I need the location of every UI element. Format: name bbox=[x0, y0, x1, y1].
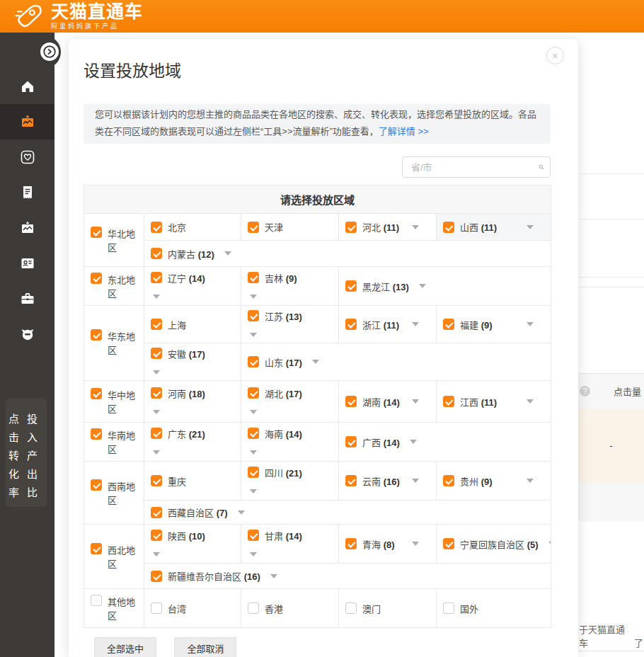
province-checkbox[interactable] bbox=[345, 319, 357, 330]
province-cell[interactable]: 香港 bbox=[241, 589, 339, 628]
region-group-checkbox[interactable] bbox=[91, 388, 102, 399]
province-cell[interactable]: 陕西 (10) bbox=[144, 525, 241, 564]
chevron-down-icon[interactable] bbox=[250, 295, 257, 299]
province-checkbox[interactable] bbox=[443, 222, 454, 233]
province-cell[interactable]: 浙江 (11) bbox=[339, 306, 437, 343]
province-cell[interactable]: 广东 (21) bbox=[144, 423, 241, 462]
chevron-down-icon[interactable] bbox=[527, 322, 534, 326]
province-cell[interactable]: 西藏自治区 (7) bbox=[144, 501, 551, 525]
region-group-cell[interactable]: 华南地区 bbox=[84, 423, 144, 462]
chevron-down-icon[interactable] bbox=[412, 225, 419, 229]
learn-more-link[interactable]: 了解详情 >> bbox=[379, 126, 429, 137]
region-group-checkbox[interactable] bbox=[91, 273, 102, 284]
chevron-down-icon[interactable] bbox=[153, 295, 160, 299]
region-group-cell[interactable]: 西南地区 bbox=[84, 462, 144, 525]
province-cell[interactable]: 江苏 (13) bbox=[241, 306, 339, 343]
province-checkbox[interactable] bbox=[248, 222, 259, 233]
chevron-down-icon[interactable] bbox=[527, 479, 534, 483]
sidebar-item-creatives[interactable] bbox=[0, 210, 54, 246]
province-checkbox[interactable] bbox=[151, 530, 162, 541]
province-checkbox[interactable] bbox=[345, 538, 357, 549]
province-cell[interactable]: 天津 bbox=[241, 214, 339, 241]
province-checkbox[interactable] bbox=[151, 222, 162, 233]
province-cell[interactable]: 海南 (14) bbox=[241, 423, 339, 462]
province-cell[interactable]: 澳门 bbox=[339, 589, 437, 628]
sidebar-item-favorites[interactable] bbox=[0, 139, 54, 175]
chevron-down-icon[interactable] bbox=[250, 450, 257, 455]
chevron-down-icon[interactable] bbox=[412, 322, 419, 326]
chevron-down-icon[interactable] bbox=[412, 399, 419, 404]
sidebar-item-reports[interactable] bbox=[0, 175, 54, 210]
chevron-down-icon[interactable] bbox=[250, 489, 257, 493]
province-checkbox[interactable] bbox=[443, 396, 454, 407]
chevron-down-icon[interactable] bbox=[527, 225, 534, 229]
province-cell[interactable]: 贵州 (9) bbox=[437, 462, 551, 501]
chevron-down-icon[interactable] bbox=[250, 333, 257, 337]
province-checkbox[interactable] bbox=[443, 319, 454, 330]
chevron-down-icon[interactable] bbox=[153, 370, 160, 375]
province-checkbox[interactable] bbox=[248, 428, 259, 439]
province-cell[interactable]: 云南 (16) bbox=[339, 462, 437, 501]
province-cell[interactable]: 新疆维吾尔自治区 (16) bbox=[144, 564, 551, 589]
province-checkbox[interactable] bbox=[345, 396, 357, 407]
province-checkbox[interactable] bbox=[248, 272, 259, 283]
province-checkbox[interactable] bbox=[345, 280, 357, 292]
chevron-down-icon[interactable] bbox=[527, 399, 534, 404]
sidebar-item-home[interactable] bbox=[0, 69, 54, 104]
province-cell[interactable]: 重庆 bbox=[144, 462, 241, 501]
chevron-down-icon[interactable] bbox=[153, 410, 160, 414]
province-cell[interactable]: 广西 (14) bbox=[339, 423, 551, 462]
province-cell[interactable]: 上海 bbox=[144, 306, 241, 343]
sidebar-item-profile[interactable] bbox=[0, 316, 54, 352]
province-checkbox[interactable] bbox=[151, 387, 162, 399]
region-group-cell[interactable]: 华东地区 bbox=[84, 306, 144, 381]
province-cell[interactable]: 宁夏回族自治区 (5) bbox=[437, 525, 551, 564]
chevron-down-icon[interactable] bbox=[250, 552, 257, 556]
province-cell[interactable]: 青海 (8) bbox=[339, 525, 437, 564]
province-checkbox[interactable] bbox=[345, 602, 357, 614]
province-cell[interactable]: 河南 (18) bbox=[144, 381, 241, 423]
province-checkbox[interactable] bbox=[151, 248, 162, 259]
province-checkbox[interactable] bbox=[151, 348, 162, 359]
province-checkbox[interactable] bbox=[151, 428, 162, 439]
province-cell[interactable]: 山东 (17) bbox=[241, 343, 551, 381]
province-cell[interactable]: 四川 (21) bbox=[241, 462, 339, 501]
region-group-checkbox[interactable] bbox=[91, 595, 102, 606]
province-cell[interactable]: 湖南 (14) bbox=[339, 381, 437, 423]
chevron-down-icon[interactable] bbox=[419, 284, 426, 288]
province-checkbox[interactable] bbox=[345, 436, 357, 447]
select-all-button[interactable]: 全部选中 bbox=[94, 637, 156, 657]
province-checkbox[interactable] bbox=[248, 530, 259, 541]
region-group-cell[interactable]: 西北地区 bbox=[84, 525, 144, 589]
chevron-down-icon[interactable] bbox=[238, 510, 245, 515]
province-cell[interactable]: 湖北 (17) bbox=[241, 381, 339, 423]
province-checkbox[interactable] bbox=[345, 222, 357, 233]
province-cell[interactable]: 甘肃 (14) bbox=[241, 525, 339, 564]
sidebar-item-tools[interactable] bbox=[0, 281, 54, 316]
province-checkbox[interactable] bbox=[443, 538, 454, 549]
province-checkbox[interactable] bbox=[151, 319, 162, 330]
sidebar-item-campaigns[interactable] bbox=[0, 104, 54, 139]
chevron-down-icon[interactable] bbox=[224, 251, 231, 256]
province-cell[interactable]: 辽宁 (14) bbox=[144, 267, 241, 306]
province-cell[interactable]: 山西 (11) bbox=[437, 214, 551, 241]
province-cell[interactable]: 黑龙江 (13) bbox=[339, 267, 551, 306]
province-cell[interactable]: 台湾 bbox=[144, 589, 241, 628]
region-group-checkbox[interactable] bbox=[91, 543, 102, 554]
chevron-down-icon[interactable] bbox=[410, 440, 417, 444]
region-group-cell[interactable]: 华北地区 bbox=[84, 214, 144, 267]
province-checkbox[interactable] bbox=[151, 272, 162, 283]
province-checkbox[interactable] bbox=[248, 310, 259, 321]
chevron-down-icon[interactable] bbox=[153, 450, 160, 455]
province-checkbox[interactable] bbox=[248, 467, 259, 478]
province-checkbox[interactable] bbox=[151, 475, 162, 486]
search-input[interactable] bbox=[403, 162, 539, 173]
province-cell[interactable]: 河北 (11) bbox=[339, 214, 437, 241]
province-cell[interactable]: 国外 bbox=[437, 589, 551, 628]
region-group-cell[interactable]: 东北地区 bbox=[84, 267, 144, 306]
province-checkbox[interactable] bbox=[248, 387, 259, 399]
close-icon[interactable]: × bbox=[546, 47, 564, 64]
chevron-down-icon[interactable] bbox=[250, 410, 257, 414]
search-icon[interactable] bbox=[539, 160, 544, 174]
province-checkbox[interactable] bbox=[248, 602, 259, 614]
